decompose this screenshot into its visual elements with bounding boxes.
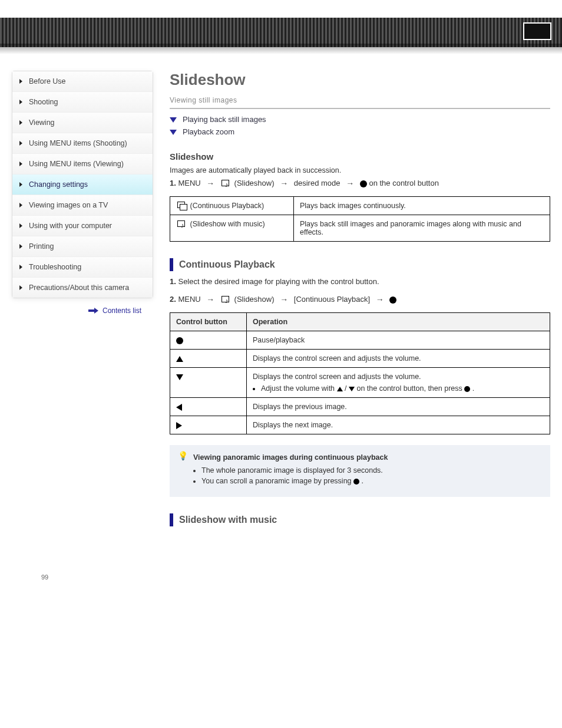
mode-desc: Plays back still images and panoramic im…: [294, 215, 550, 242]
hint-title: Viewing panoramic images during continuo…: [193, 453, 541, 462]
table-row: Displays the control screen and adjusts …: [170, 367, 550, 397]
op-text: Displays the control screen and adjusts …: [247, 349, 550, 367]
down-button-icon: [349, 387, 355, 391]
hint-line-pre: You can scroll a panoramic image by pres…: [201, 477, 353, 485]
page-title: Slideshow: [170, 71, 550, 89]
sidebar-item-shooting[interactable]: Shooting: [12, 92, 153, 113]
collapser-playback-zoom[interactable]: Playback zoom: [170, 127, 550, 136]
step-text: Select the desired image for playing wit…: [178, 277, 379, 286]
step-text: (Slideshow): [234, 295, 277, 304]
step-text: MENU: [178, 179, 203, 187]
sidebar-footer-links: Contents list: [12, 304, 170, 317]
center-button-icon: [464, 386, 470, 392]
sidebar-item-before-use[interactable]: Before Use: [12, 71, 153, 92]
hint-line: The whole panoramic image is displayed f…: [201, 466, 541, 475]
main-content: Slideshow Viewing still images Playing b…: [170, 71, 550, 532]
step-text: MENU: [178, 295, 203, 304]
step-number: 1.: [170, 277, 176, 286]
hint-bulb-icon: 💡: [178, 451, 188, 460]
table-row: (Slideshow with music) Plays back still …: [170, 215, 550, 242]
sidebar-item-troubleshooting[interactable]: Troubleshooting: [12, 257, 153, 278]
th-control-button: Control button: [170, 312, 247, 331]
op-text: Displays the previous image.: [247, 397, 550, 416]
step-text: on the control button: [369, 179, 439, 187]
table-row: Displays the control screen and adjusts …: [170, 349, 550, 367]
subheading-text: Continuous Playback: [179, 259, 275, 270]
contents-list-label: Contents list: [103, 307, 141, 315]
step-text: [Continuous Playback]: [294, 295, 372, 304]
left-button-icon: [176, 404, 182, 411]
center-button-icon: [176, 337, 183, 344]
table-row: (Continuous Playback) Plays back images …: [170, 196, 550, 215]
table-row: Displays the next image.: [170, 416, 550, 434]
subheading-bar-icon: [170, 258, 173, 271]
slideshow-music-icon: [177, 220, 187, 229]
hint-line-end: .: [362, 477, 363, 485]
category-label: Viewing still images: [170, 94, 550, 109]
chevron-down-icon: [170, 117, 177, 123]
hint-box: 💡 Viewing panoramic images during contin…: [170, 445, 550, 497]
slideshow-icon: [222, 296, 231, 304]
header-bar: [0, 18, 562, 47]
center-button-icon: [389, 297, 396, 304]
mode-desc: Plays back images continuously.: [294, 196, 550, 215]
sidebar-item-computer[interactable]: Using with your computer: [12, 216, 153, 236]
contents-list-link[interactable]: Contents list: [12, 304, 170, 317]
subheading-music: Slideshow with music: [170, 513, 550, 526]
step-cp-1: 1. Select the desired image for playing …: [170, 277, 550, 286]
page-number: 99: [41, 574, 562, 581]
sidebar-item-menu-shooting[interactable]: Using MENU items (Shooting): [12, 133, 153, 154]
collapser-label: Playback zoom: [183, 127, 234, 136]
table-row: Pause/playback: [170, 331, 550, 349]
center-button-icon: [353, 479, 359, 485]
section-heading-slideshow: Slideshow: [170, 151, 550, 162]
sidebar-item-printing[interactable]: Printing: [12, 236, 153, 257]
sidebar-item-precautions[interactable]: Precautions/About this camera: [12, 278, 153, 298]
down-button-icon: [176, 374, 183, 380]
center-button-icon: [360, 180, 367, 187]
subheading-continuous: Continuous Playback: [170, 258, 550, 271]
th-operation: Operation: [247, 312, 550, 331]
up-button-icon: [176, 356, 183, 362]
step-text: desired mode: [294, 179, 342, 187]
control-button-table: Control button Operation Pause/playback …: [170, 312, 550, 434]
continuous-playback-icon: [177, 202, 187, 210]
slideshow-icon: [222, 180, 231, 188]
op-note-pre: Adjust the volume with: [261, 384, 337, 393]
step-number: 1.: [170, 179, 176, 187]
up-button-icon: [337, 387, 343, 391]
collapser-label: Playing back still images: [183, 115, 266, 124]
table-row: Displays the previous image.: [170, 397, 550, 416]
step-cp-2: 2. MENU → (Slideshow) → [Continuous Play…: [170, 294, 550, 304]
slideshow-mode-table: (Continuous Playback) Plays back images …: [170, 196, 550, 242]
sidebar-item-changing-settings[interactable]: Changing settings: [12, 174, 153, 195]
header-box-icon: [523, 22, 551, 40]
mode-label: (Slideshow with music): [190, 220, 265, 228]
sidebar-nav: Before Use Shooting Viewing Using MENU i…: [12, 71, 153, 298]
sidebar-item-viewing[interactable]: Viewing: [12, 113, 153, 133]
sidebar-item-menu-viewing[interactable]: Using MENU items (Viewing): [12, 154, 153, 174]
op-note-mid: on the control button, then press: [356, 384, 464, 393]
mode-label: (Continuous Playback): [190, 202, 264, 210]
op-text: Displays the next image.: [247, 416, 550, 434]
table-header-row: Control button Operation: [170, 312, 550, 331]
hint-line: You can scroll a panoramic image by pres…: [201, 477, 541, 485]
arrow-right-icon: [88, 308, 99, 314]
chevron-down-icon: [170, 130, 177, 135]
op-note-end: .: [472, 384, 474, 393]
sidebar-item-tv[interactable]: Viewing images on a TV: [12, 195, 153, 216]
collapser-playback-still[interactable]: Playing back still images: [170, 115, 550, 124]
step-number: 2.: [170, 295, 176, 304]
op-text: Displays the control screen and adjusts …: [253, 373, 544, 381]
subheading-text: Slideshow with music: [179, 515, 277, 525]
step-1-path: 1. MENU → (Slideshow) → desired mode → o…: [170, 178, 550, 188]
op-text: Pause/playback: [247, 331, 550, 349]
subheading-bar-icon: [170, 513, 173, 526]
right-button-icon: [176, 422, 182, 429]
section-intro: Images are automatically played back in …: [170, 166, 550, 174]
bullet-icon: [253, 388, 255, 390]
step-text: (Slideshow): [234, 179, 277, 187]
slash: /: [345, 384, 349, 393]
